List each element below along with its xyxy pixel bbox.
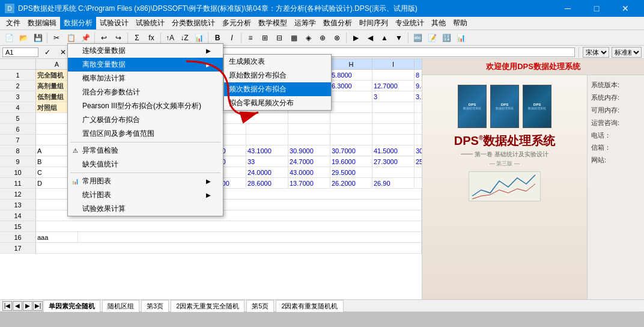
cell-j9[interactable]: 25.5000 <box>415 156 422 167</box>
tool11-icon[interactable]: ▼ <box>392 31 406 44</box>
cell-j8[interactable]: 30.8000 <box>415 145 422 156</box>
cell-g8[interactable]: 30.9000 <box>288 145 330 156</box>
cell-h5[interactable] <box>330 113 372 123</box>
submenu-raw-fit[interactable]: 原始数据分布拟合 <box>224 69 331 82</box>
checkmark-icon[interactable]: ✓ <box>41 46 54 59</box>
menu-mixed-dist[interactable]: 混合分布参数估计 <box>68 85 223 99</box>
font-dropdown[interactable]: 宋体 <box>583 47 609 58</box>
tool10-icon[interactable]: ▲ <box>378 31 391 44</box>
cell-g7[interactable] <box>288 135 330 145</box>
tool3-icon[interactable]: ⊟ <box>273 31 286 44</box>
menu-outlier[interactable]: ⚠ 异常值检验 <box>68 144 223 157</box>
sheet-tab-6[interactable]: 2因素有重复随机机 <box>276 300 343 312</box>
row-header-14[interactable]: 14 <box>0 210 36 221</box>
col-header-j[interactable]: J <box>415 59 422 69</box>
italic-icon[interactable]: I <box>225 31 238 44</box>
sheet-nav-prev[interactable]: ◀ <box>13 301 22 311</box>
cell-j7[interactable] <box>415 135 422 145</box>
row-header-2[interactable]: 2 <box>0 81 36 91</box>
cell-j2[interactable]: 9.8000 <box>415 81 422 91</box>
menu-gev[interactable]: 广义极值分布拟合 <box>68 113 223 127</box>
cell-i7[interactable] <box>372 135 415 145</box>
cell-f7[interactable] <box>246 135 288 145</box>
paste-icon[interactable]: 📌 <box>79 31 92 44</box>
open-file-icon[interactable]: 📂 <box>17 31 30 44</box>
row-header-1[interactable]: 1 <box>0 70 36 80</box>
cell-h4[interactable] <box>330 102 372 112</box>
sheet-tab-5[interactable]: 第5页 <box>246 300 274 312</box>
menu-continuous-data[interactable]: 连续变量数据 ▶ <box>68 44 223 58</box>
cell-g10[interactable]: 43.0000 <box>288 167 330 177</box>
minimize-button[interactable]: ─ <box>554 0 582 17</box>
menu-help[interactable]: 帮助 <box>449 17 471 29</box>
cell-h1[interactable]: 5.8000 <box>330 70 372 80</box>
row-header-17[interactable]: 17 <box>0 243 36 253</box>
cell-h6[interactable] <box>330 124 372 134</box>
cell-j6[interactable] <box>415 124 422 134</box>
cell-g5[interactable] <box>288 113 330 123</box>
data-analysis-menu[interactable]: 连续变量数据 ▶ 离散变量数据 ▶ 概率加法计算 混合分布参数估计 Pearso… <box>67 43 223 216</box>
menu-confint[interactable]: 置信区间及参考值范围 <box>68 127 223 141</box>
menu-experiment-stats[interactable]: 试验统计 <box>132 17 168 29</box>
sort-asc-icon[interactable]: ↑A <box>163 31 177 44</box>
row-header-9[interactable]: 9 <box>0 156 36 167</box>
menu-pearson3[interactable]: Pearson III型分布拟合(水文频率分析) <box>68 99 223 113</box>
cell-g11[interactable]: 13.7000 <box>288 178 330 188</box>
cell-i4[interactable] <box>372 102 415 112</box>
cut-icon[interactable]: ✂ <box>50 31 63 44</box>
col-header-h[interactable]: H <box>330 59 372 69</box>
col-header-i[interactable]: I <box>372 59 415 69</box>
sheet-nav-first[interactable]: |◀ <box>2 301 12 311</box>
tool9-icon[interactable]: ◀ <box>363 31 377 44</box>
tool2-icon[interactable]: ⊞ <box>258 31 272 44</box>
menu-other[interactable]: 其他 <box>428 17 449 29</box>
cell-i10[interactable] <box>372 167 415 177</box>
tool14-icon[interactable]: 🔢 <box>440 31 453 44</box>
submenu-zero-trunc[interactable]: 拟合零截尾频次分布 <box>224 96 331 110</box>
cell-i5[interactable] <box>372 113 415 123</box>
row-header-5[interactable]: 5 <box>0 113 36 123</box>
save-icon[interactable]: 💾 <box>31 31 44 44</box>
cell-i8[interactable]: 41.5000 <box>372 145 415 156</box>
row-header-10[interactable]: 10 <box>0 167 36 177</box>
sort-desc-icon[interactable]: ↓Z <box>178 31 191 44</box>
cell-j1[interactable]: 8 <box>415 70 422 80</box>
sum-icon[interactable]: Σ <box>130 31 144 44</box>
row-header-12[interactable]: 12 <box>0 189 36 199</box>
tool4-icon[interactable]: ▦ <box>287 31 300 44</box>
cell-b16[interactable] <box>78 232 422 242</box>
menu-missing[interactable]: 缺失值统计 <box>68 157 223 171</box>
tool8-icon[interactable]: ▶ <box>349 31 362 44</box>
menu-numerical[interactable]: 数值分析 <box>320 17 356 29</box>
cell-j5[interactable] <box>415 113 422 123</box>
close-button[interactable]: ✕ <box>612 0 639 17</box>
row-header-15[interactable]: 15 <box>0 221 36 231</box>
cell-i3[interactable]: 3 <box>372 91 415 102</box>
tool7-icon[interactable]: ⊗ <box>330 31 344 44</box>
cell-j10[interactable] <box>415 167 422 177</box>
row-header-4[interactable]: 4 <box>0 102 36 112</box>
bold-icon[interactable]: B <box>211 31 224 44</box>
sheet-nav-last[interactable]: ▶| <box>33 301 43 311</box>
sheet-tab-4[interactable]: 2因素无重复完全随机 <box>171 300 245 312</box>
tool15-icon[interactable]: 📊 <box>454 31 467 44</box>
menu-multivariate[interactable]: 多元分析 <box>219 17 255 29</box>
cell-j11[interactable] <box>415 178 422 188</box>
sheet-nav-next[interactable]: ▶ <box>23 301 32 311</box>
tool5-icon[interactable]: ◈ <box>302 31 315 44</box>
sheet-tab-2[interactable]: 随机区组 <box>102 300 139 312</box>
undo-icon[interactable]: ↩ <box>97 31 111 44</box>
copy-icon[interactable]: 📋 <box>64 31 77 44</box>
tool6-icon[interactable]: ⊕ <box>316 31 329 44</box>
menu-common-chart[interactable]: 📊 常用图表 ▶ <box>68 174 223 188</box>
cell-f10[interactable]: 24.0000 <box>246 167 288 177</box>
cell-h2[interactable]: 6.3000 <box>330 81 372 91</box>
new-file-icon[interactable]: 📄 <box>2 31 16 44</box>
menu-experiment-design[interactable]: 试验设计 <box>96 17 132 29</box>
fx-icon[interactable]: fx <box>145 31 158 44</box>
cell-i11[interactable]: 26.90 <box>372 178 415 188</box>
cell-j4[interactable] <box>415 102 422 112</box>
row-header-8[interactable]: 8 <box>0 145 36 156</box>
cell-f6[interactable] <box>246 124 288 134</box>
name-box[interactable] <box>2 47 38 57</box>
